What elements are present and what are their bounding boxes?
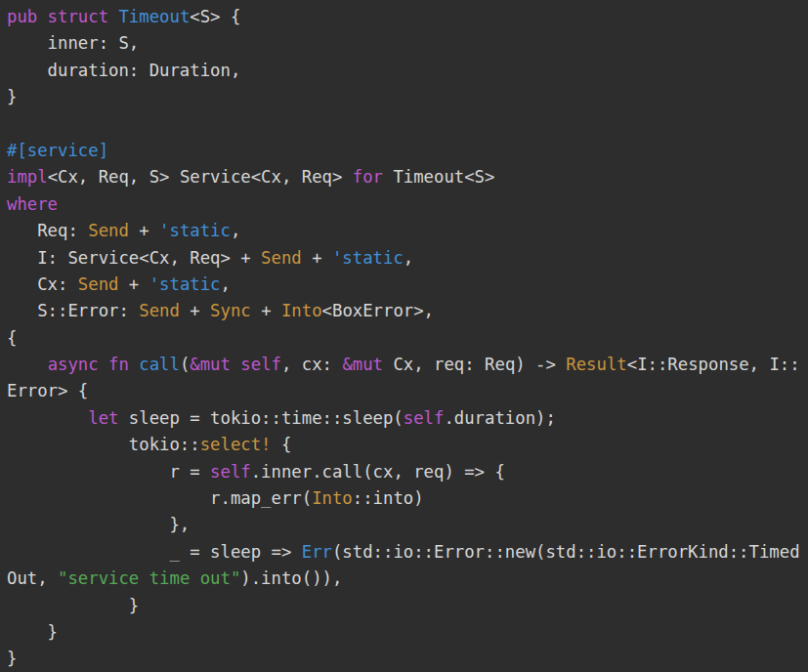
code-token-default: { bbox=[272, 435, 292, 454]
code-token-keyword: pub struct bbox=[7, 7, 118, 26]
code-token-default bbox=[99, 355, 108, 374]
code-token-default: I: Service<Cx, Req> + bbox=[7, 248, 261, 268]
code-token-default: <S> { bbox=[190, 7, 240, 26]
code-line bbox=[7, 111, 808, 138]
code-line: let sleep = tokio::time::sleep(self.dura… bbox=[7, 405, 808, 432]
code-line: Req: Send + 'static, bbox=[7, 218, 808, 244]
code-token-trait: Send bbox=[78, 274, 119, 294]
code-token-default: Cx: bbox=[7, 274, 78, 294]
code-token-default: <BoxError>, bbox=[322, 301, 434, 320]
code-token-default: Out, bbox=[7, 568, 58, 588]
code-token-default: Error> { bbox=[7, 381, 88, 400]
code-line: } bbox=[7, 646, 808, 672]
code-block[interactable]: pub struct Timeout<S> { inner: S, durati… bbox=[0, 0, 808, 672]
code-token-default bbox=[231, 355, 240, 374]
code-token-keyword: self bbox=[404, 408, 445, 428]
code-token-default: , cx: bbox=[281, 355, 342, 374]
code-token-default: inner: S, bbox=[7, 33, 139, 53]
code-token-trait: Into bbox=[281, 301, 322, 320]
code-token-default: (std::io::Error::new(std::io::ErrorKind:… bbox=[332, 542, 800, 562]
code-token-type: Timeout bbox=[118, 7, 190, 26]
code-token-keyword: let bbox=[88, 408, 118, 428]
code-token-trait: Sync bbox=[210, 301, 251, 320]
code-token-default: + bbox=[118, 274, 149, 294]
code-token-default: } bbox=[7, 87, 17, 106]
code-token-keyword: async bbox=[48, 355, 99, 374]
code-token-type: call bbox=[139, 355, 180, 374]
code-token-default: r = bbox=[7, 462, 210, 482]
code-token-default: + bbox=[251, 301, 281, 320]
code-token-default: , bbox=[231, 221, 240, 240]
code-token-default bbox=[7, 408, 88, 428]
code-token-keyword: self bbox=[240, 355, 281, 374]
code-line: Out, "service time out").into()), bbox=[7, 566, 808, 592]
code-line: } bbox=[7, 84, 808, 110]
code-token-default: + bbox=[129, 221, 159, 240]
code-line: Cx: Send + 'static, bbox=[7, 272, 808, 298]
code-token-keyword: fn bbox=[108, 355, 129, 374]
code-token-default bbox=[7, 355, 48, 374]
code-token-type: #[service] bbox=[7, 141, 108, 160]
code-line: }, bbox=[7, 512, 808, 538]
code-line: pub struct Timeout<S> { bbox=[7, 4, 808, 30]
code-token-default: }, bbox=[7, 515, 190, 534]
code-line: I: Service<Cx, Req> + Send + 'static, bbox=[7, 245, 808, 272]
code-token-default: duration: Duration, bbox=[7, 61, 240, 80]
code-token-default: ::into) bbox=[353, 488, 424, 508]
code-token-default bbox=[129, 355, 139, 374]
code-token-default: } bbox=[7, 622, 58, 642]
code-token-keyword: &mut bbox=[190, 355, 231, 374]
code-token-default: tokio:: bbox=[7, 435, 200, 454]
code-token-default: , bbox=[221, 274, 231, 294]
code-token-default: } bbox=[7, 596, 139, 615]
code-token-keyword: self bbox=[210, 462, 251, 482]
code-token-string: "service time out" bbox=[58, 568, 240, 588]
code-token-default: + bbox=[302, 248, 332, 268]
code-token-default: ).into()), bbox=[240, 568, 342, 588]
code-line: tokio::select! { bbox=[7, 432, 808, 458]
code-token-default: Timeout<S> bbox=[383, 167, 494, 187]
code-token-type: Err bbox=[302, 542, 332, 562]
code-line: Error> { bbox=[7, 378, 808, 404]
code-line: r.map_err(Into::into) bbox=[7, 485, 808, 512]
code-line: #[service] bbox=[7, 138, 808, 164]
code-token-trait: select! bbox=[200, 435, 272, 454]
code-line: inner: S, bbox=[7, 30, 808, 57]
code-line: impl<Cx, Req, S> Service<Cx, Req> for Ti… bbox=[7, 164, 808, 190]
code-token-trait: Send bbox=[88, 221, 129, 240]
code-line: } bbox=[7, 619, 808, 646]
code-token-default: .inner.call(cx, req) => { bbox=[251, 462, 505, 482]
code-token-default: <Cx, Req, S> Service<Cx, Req> bbox=[48, 167, 353, 187]
code-token-keyword: for bbox=[353, 167, 383, 187]
code-token-default: Cx, req: Req) -> bbox=[383, 355, 566, 374]
code-line: where bbox=[7, 191, 808, 218]
code-token-default: , bbox=[404, 248, 413, 268]
code-line: } bbox=[7, 593, 808, 619]
code-token-default: S::Error: bbox=[7, 301, 139, 320]
code-line: _ = sleep => Err(std::io::Error::new(std… bbox=[7, 539, 808, 566]
code-token-default: r.map_err( bbox=[7, 488, 312, 508]
code-token-trait: Into bbox=[312, 488, 353, 508]
code-token-default: } bbox=[7, 649, 17, 668]
code-token-default: <I::Response, I:: bbox=[627, 355, 800, 374]
code-token-trait: Send bbox=[261, 248, 302, 268]
code-token-type: 'static bbox=[149, 274, 221, 294]
code-line: duration: Duration, bbox=[7, 58, 808, 84]
code-token-keyword: &mut bbox=[342, 355, 383, 374]
code-token-default: Req: bbox=[7, 221, 88, 240]
code-token-keyword: impl bbox=[7, 167, 48, 187]
code-token-trait: Result bbox=[566, 355, 626, 374]
code-token-default: { bbox=[7, 328, 17, 348]
code-line: async fn call(&mut self, cx: &mut Cx, re… bbox=[7, 352, 808, 378]
code-token-keyword: where bbox=[7, 194, 58, 214]
code-token-type: 'static bbox=[332, 248, 404, 268]
code-line: r = self.inner.call(cx, req) => { bbox=[7, 459, 808, 485]
code-token-default: sleep = tokio::time::sleep( bbox=[118, 408, 403, 428]
code-line: S::Error: Send + Sync + Into<BoxError>, bbox=[7, 298, 808, 324]
code-token-type: 'static bbox=[159, 221, 231, 240]
code-token-trait: Send bbox=[139, 301, 180, 320]
code-token-default: + bbox=[180, 301, 210, 320]
code-viewer: pub struct Timeout<S> { inner: S, durati… bbox=[0, 0, 808, 672]
code-token-default: _ = sleep => bbox=[7, 542, 302, 562]
code-token-default: .duration); bbox=[444, 408, 555, 428]
